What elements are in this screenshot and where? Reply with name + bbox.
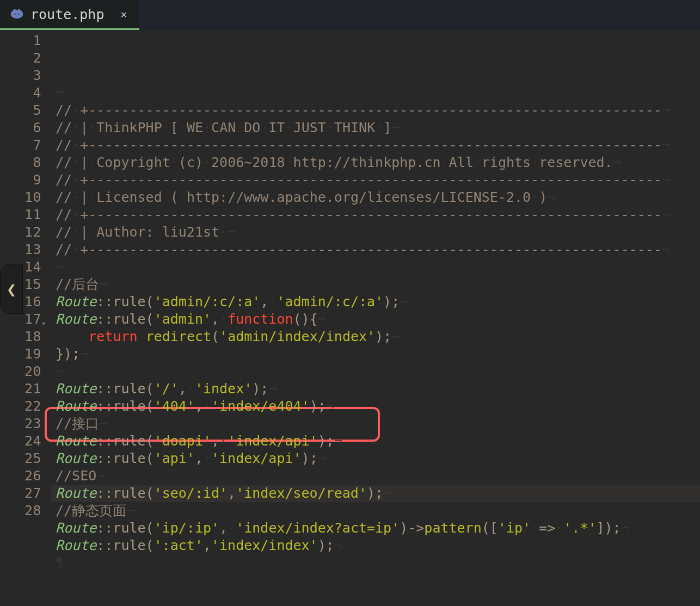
svg-point-3: [15, 14, 16, 15]
gutter-line-number: 13: [0, 241, 51, 258]
code-line[interactable]: //·+------------------------------------…: [51, 102, 700, 119]
gutter-line-number: 19: [0, 345, 51, 363]
code-line[interactable]: //接口¬: [51, 415, 700, 432]
fold-toggle-icon[interactable]: ▾: [41, 314, 46, 332]
code-line[interactable]: Route::rule('seo/:id','index/seo/read');…: [51, 485, 700, 502]
code-line[interactable]: //·+------------------------------------…: [51, 241, 700, 258]
gutter-line-number: 8: [0, 154, 51, 171]
tab-bar: route.php ✕: [0, 0, 700, 30]
svg-point-0: [11, 10, 23, 18]
tab-filename: route.php: [30, 7, 104, 22]
code-line[interactable]: ¬: [51, 84, 700, 102]
gutter-line-number: 6: [0, 119, 51, 137]
gutter-line-number: 25: [0, 450, 51, 467]
gutter-line-number: 26: [0, 467, 51, 485]
close-icon[interactable]: ✕: [120, 8, 127, 21]
code-line[interactable]: //·|·Licensed·(·http://www.apache.org/li…: [51, 189, 700, 206]
gutter-line-number: 5: [0, 102, 51, 119]
code-line[interactable]: Route::rule('ip/:ip',·'index/index?act=i…: [51, 520, 700, 537]
code-line[interactable]: //·+------------------------------------…: [51, 206, 700, 224]
svg-point-4: [18, 14, 19, 15]
code-line[interactable]: ¬: [51, 363, 700, 380]
code-line[interactable]: //·+------------------------------------…: [51, 137, 700, 154]
panel-collapse-arrow[interactable]: ❮: [0, 264, 23, 314]
gutter-line-number: 28: [0, 502, 51, 520]
editor: ❮ 12345678910111213141516171819202122232…: [0, 30, 700, 606]
gutter-line-number: 23: [0, 415, 51, 432]
gutter-line-number: 1: [0, 32, 51, 50]
code-line[interactable]: //后台¬: [51, 276, 700, 293]
code-line[interactable]: Route::rule('api',·'index/api');¬: [51, 450, 700, 467]
gutter-line-number: 27: [0, 485, 51, 502]
gutter-line-number: 20: [0, 363, 51, 380]
gutter-line-number: 7: [0, 137, 51, 154]
code-line[interactable]: //静态页面¬: [51, 502, 700, 520]
gutter-line-number: 21: [0, 380, 51, 398]
gutter-line-number: 12: [0, 224, 51, 241]
code-line[interactable]: //·|·Author:·liu21st·¬: [51, 224, 700, 241]
code-line[interactable]: //·|·ThinkPHP·[·WE·CAN·DO·IT·JUST·THINK·…: [51, 119, 700, 137]
tab-route-php[interactable]: route.php ✕: [0, 0, 139, 30]
code-line[interactable]: //·+------------------------------------…: [51, 171, 700, 189]
gutter-line-number: 4: [0, 84, 51, 102]
svg-point-1: [13, 9, 17, 14]
code-line[interactable]: //·|·Copyright·(c)·2006~2018·http://thin…: [51, 154, 700, 171]
code-line[interactable]: Route::rule(':act','index/index');¬: [51, 537, 700, 554]
code-line[interactable]: });¬: [51, 345, 700, 363]
code-line[interactable]: ¬: [51, 258, 700, 276]
code-line[interactable]: Route::rule('doapi',·'index/api');¬: [51, 432, 700, 450]
svg-point-2: [17, 9, 21, 14]
code-line[interactable]: Route::rule('admin',·function(){¬▾: [51, 311, 700, 328]
code-line[interactable]: Route::rule('admin/:c/:a',·'admin/:c/:a'…: [51, 293, 700, 311]
php-elephant-icon: [10, 7, 24, 21]
gutter-line-number: 11: [0, 206, 51, 224]
gutter-line-number: 3: [0, 67, 51, 84]
gutter-line-number: 9: [0, 171, 51, 189]
code-area[interactable]: ¬//·+-----------------------------------…: [51, 30, 700, 606]
gutter-line-number: 22: [0, 398, 51, 415]
gutter-line-number: 10: [0, 189, 51, 206]
code-line[interactable]: ¶: [51, 554, 700, 572]
code-line[interactable]: ····return·redirect('admin/index/index')…: [51, 328, 700, 345]
code-line[interactable]: //SEO¬: [51, 467, 700, 485]
gutter-line-number: 2: [0, 50, 51, 67]
code-line[interactable]: Route::rule('/',·'index');¬: [51, 380, 700, 398]
code-line[interactable]: Route::rule('404',·'index/e404');¬: [51, 398, 700, 415]
gutter-line-number: 24: [0, 432, 51, 450]
